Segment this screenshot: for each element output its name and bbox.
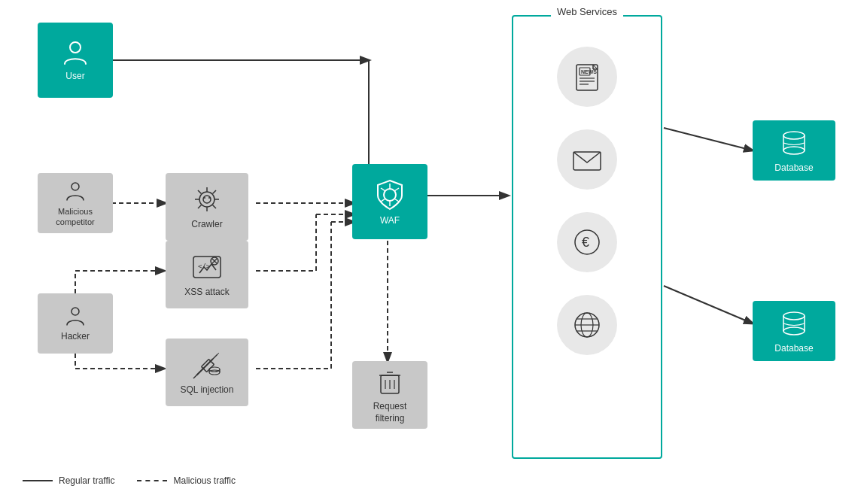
- svg-line-29: [213, 205, 217, 209]
- malicious-competitor-node: Maliciouscompetitor: [38, 173, 113, 233]
- sql-injection-icon: [190, 348, 224, 381]
- regular-traffic-label: Regular traffic: [59, 475, 114, 486]
- solid-line-icon: [23, 480, 53, 481]
- svg-point-18: [70, 42, 81, 53]
- sql-injection-label: SQL injection: [181, 384, 234, 396]
- euro-service-circle: €: [557, 212, 617, 272]
- svg-point-21: [199, 192, 214, 207]
- request-filtering-label: Requestfiltering: [373, 401, 407, 424]
- crawler-node: Crawler: [166, 173, 248, 241]
- user-label: User: [65, 71, 84, 83]
- svg-point-30: [203, 196, 211, 203]
- web-services-title: Web Services: [551, 6, 623, 17]
- svg-point-31: [204, 197, 205, 199]
- waf-icon: [372, 176, 408, 212]
- database1-icon: [777, 126, 811, 159]
- crawler-label: Crawler: [191, 219, 222, 231]
- svg-line-52: [381, 199, 385, 202]
- svg-point-76: [783, 132, 805, 139]
- arrows-svg: [0, 0, 867, 504]
- svg-point-20: [71, 308, 79, 315]
- database2-icon: [777, 307, 811, 340]
- database1-label: Database: [774, 162, 813, 175]
- trash-icon: [373, 365, 406, 398]
- user-icon: [60, 38, 90, 68]
- svg-line-16: [664, 128, 753, 150]
- xss-attack-label: XSS attack: [184, 287, 229, 299]
- svg-line-28: [198, 205, 202, 209]
- request-filtering-node: Requestfiltering: [352, 361, 427, 429]
- svg-line-26: [198, 190, 202, 194]
- diagram-container: User Maliciouscompetitor Hacker: [0, 0, 867, 504]
- svg-point-32: [208, 197, 210, 199]
- svg-point-19: [71, 183, 79, 190]
- dashed-line-icon: [137, 480, 167, 481]
- malicious-competitor-label: Maliciouscompetitor: [56, 206, 94, 228]
- svg-point-44: [209, 370, 220, 375]
- malicious-competitor-icon: [63, 179, 87, 203]
- svg-point-79: [783, 147, 805, 154]
- legend: Regular traffic Malicious traffic: [23, 475, 236, 486]
- svg-line-49: [394, 188, 399, 191]
- news-icon: NEWS: [569, 59, 605, 95]
- crawler-icon: [190, 183, 224, 216]
- malicious-traffic-legend: Malicious traffic: [137, 475, 235, 486]
- svg-text:</>: </>: [198, 263, 211, 270]
- regular-traffic-legend: Regular traffic: [23, 475, 114, 486]
- svg-point-47: [384, 189, 396, 201]
- svg-text:NEWS: NEWS: [581, 69, 597, 74]
- svg-line-42: [193, 375, 196, 378]
- svg-point-84: [783, 327, 805, 335]
- user-node: User: [38, 23, 113, 98]
- svg-text:€: €: [582, 235, 589, 250]
- news-service-circle: NEWS: [557, 47, 617, 107]
- email-icon: [569, 141, 605, 178]
- svg-point-81: [783, 312, 805, 320]
- hacker-node: Hacker: [38, 293, 113, 354]
- euro-icon: €: [569, 224, 605, 260]
- malicious-traffic-label: Malicious traffic: [173, 475, 235, 486]
- xss-attack-icon: </>: [190, 250, 224, 284]
- svg-line-27: [213, 190, 217, 194]
- svg-line-50: [394, 199, 399, 202]
- waf-label: WAF: [380, 215, 400, 227]
- database2-label: Database: [774, 343, 813, 355]
- database2-node: Database: [753, 301, 835, 361]
- email-service-circle: [557, 129, 617, 190]
- globe-icon: [569, 307, 605, 343]
- hacker-icon: [63, 304, 87, 328]
- svg-line-17: [664, 286, 753, 323]
- database1-node: Database: [753, 120, 835, 181]
- globe-service-circle: [557, 295, 617, 355]
- svg-line-53: [381, 188, 385, 191]
- waf-node: WAF: [352, 164, 427, 239]
- hacker-label: Hacker: [61, 331, 90, 343]
- sql-injection-node: SQL injection: [166, 339, 248, 406]
- web-services-box: Web Services NEWS: [512, 15, 662, 459]
- xss-attack-node: </> XSS attack: [166, 241, 248, 308]
- svg-line-40: [215, 353, 219, 357]
